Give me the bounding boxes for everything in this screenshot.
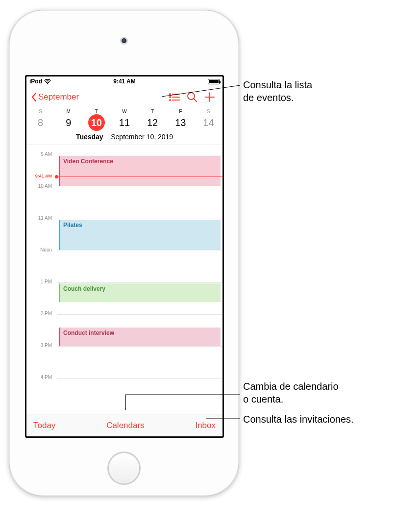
callout-lines [0,0,420,506]
